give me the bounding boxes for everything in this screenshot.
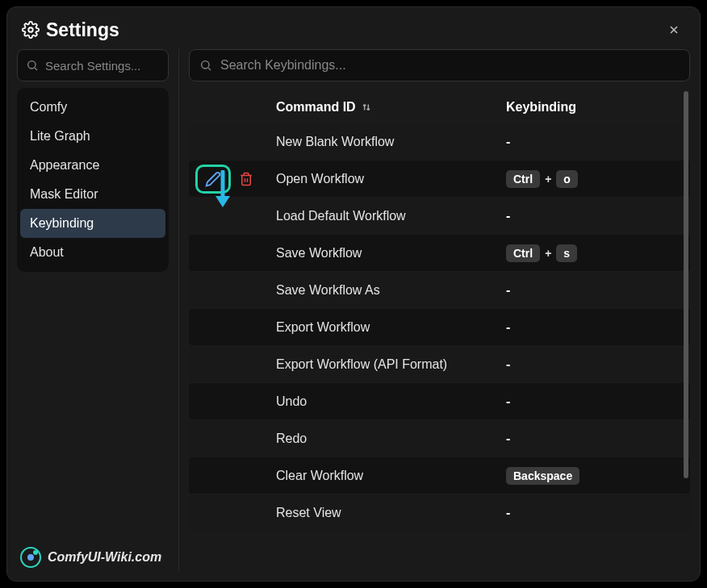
col-keybinding-header[interactable]: Keybinding [506,100,684,115]
table-row[interactable]: Export Workflow- [189,309,690,345]
kbd-key: Ctrl [506,244,540,262]
command-label: New Blank Workflow [276,135,506,149]
unset-indicator: - [506,506,510,520]
kbd-key: Ctrl [506,170,540,188]
table-row[interactable]: Redo- [189,420,690,457]
keybinding-cell: - [506,432,684,446]
titlebar-left: Settings [22,19,119,41]
unset-indicator: - [506,432,510,446]
keybinding-table: Command ID Keybinding New Blank Workflow… [189,91,690,571]
body: ComfyLite GraphAppearanceMask EditorKeyb… [7,49,700,581]
delete-keybinding-button[interactable] [237,170,255,188]
settings-window: Settings ComfyLite GraphAppearanceMask E… [6,6,701,582]
sidebar: ComfyLite GraphAppearanceMask EditorKeyb… [17,49,169,571]
unset-indicator: - [506,394,510,409]
table-body: New Blank Workflow-Open WorkflowCtrl+oLo… [189,123,690,571]
command-label: Clear Workflow [276,469,506,483]
keybinding-cell: Backspace [506,467,684,485]
keybinding-cell: - [506,357,684,372]
unset-indicator: - [506,357,510,372]
sidebar-item-about[interactable]: About [20,238,165,267]
scrollbar[interactable] [684,91,688,486]
sidebar-item-lite-graph[interactable]: Lite Graph [20,122,165,151]
sidebar-nav: ComfyLite GraphAppearanceMask EditorKeyb… [17,88,169,272]
command-label: Export Workflow [276,320,506,335]
table-row[interactable]: Undo- [189,383,690,419]
keybinding-cell: - [506,320,684,335]
command-label: Load Default Workflow [276,209,506,223]
scrollbar-thumb[interactable] [684,91,688,478]
table-row[interactable]: Clear WorkflowBackspace [189,457,690,494]
search-icon [199,59,212,72]
sidebar-item-appearance[interactable]: Appearance [20,151,165,180]
svg-point-2 [202,61,209,69]
command-label: Undo [276,394,506,409]
main-panel: Command ID Keybinding New Blank Workflow… [178,49,690,571]
svg-point-1 [28,61,36,69]
keybinding-cell: - [506,283,684,298]
edit-keybinding-button[interactable] [195,165,231,194]
keybinding-header-label: Keybinding [506,100,576,114]
row-actions [195,165,276,194]
page-title: Settings [46,19,119,41]
gear-icon [22,21,40,39]
keybinding-cell: - [506,394,684,409]
unset-indicator: - [506,283,510,298]
search-settings[interactable] [17,49,169,81]
sort-icon [361,102,372,113]
table-row[interactable]: Load Default Workflow- [189,198,690,234]
search-keybindings[interactable] [189,49,690,81]
command-header-label: Command ID [276,100,356,115]
brand-label: ComfyUI-Wiki.com [48,550,161,565]
table-row[interactable]: Save WorkflowCtrl+s [189,235,690,271]
keybinding-cell: - [506,209,684,223]
command-label: Save Workflow [276,246,506,261]
close-button[interactable] [663,19,685,41]
keybinding-cell: Ctrl+s [506,244,684,262]
table-row[interactable]: Open WorkflowCtrl+o [189,161,690,197]
command-label: Redo [276,432,506,446]
table-row[interactable]: Export Workflow (API Format)- [189,346,690,382]
keybinding-cell: - [506,135,684,149]
kbd-key: s [556,244,577,262]
col-command-header[interactable]: Command ID [276,100,506,115]
table-row[interactable]: Reset View- [189,494,690,531]
svg-point-0 [28,27,33,32]
unset-indicator: - [506,135,510,149]
plus-separator: + [545,247,551,260]
command-label: Export Workflow (API Format) [276,357,506,372]
search-keybindings-input[interactable] [220,58,680,73]
table-header: Command ID Keybinding [189,91,690,123]
keybinding-cell: - [506,506,684,520]
search-icon [26,59,39,72]
titlebar: Settings [7,7,700,49]
sidebar-item-comfy[interactable]: Comfy [20,93,165,122]
command-label: Save Workflow As [276,283,506,298]
table-row[interactable]: New Blank Workflow- [189,123,690,160]
unset-indicator: - [506,209,510,223]
search-settings-input[interactable] [45,59,160,73]
kbd-key: o [556,170,578,188]
sidebar-item-keybinding[interactable]: Keybinding [20,209,165,238]
keybinding-cell: Ctrl+o [506,170,684,188]
brand-icon [20,547,41,568]
unset-indicator: - [506,320,510,335]
kbd-key: Backspace [506,467,579,485]
command-label: Reset View [276,506,506,520]
command-label: Open Workflow [276,172,506,186]
footer-brand: ComfyUI-Wiki.com [20,547,161,568]
sidebar-item-mask-editor[interactable]: Mask Editor [20,180,165,209]
plus-separator: + [545,173,551,186]
table-row[interactable]: Save Workflow As- [189,272,690,308]
